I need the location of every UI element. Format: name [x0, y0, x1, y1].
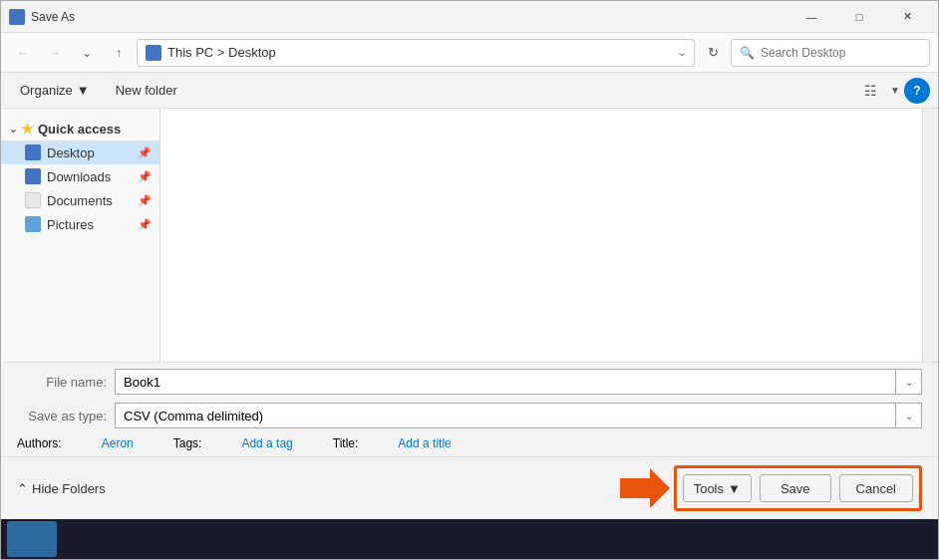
file-name-input[interactable] — [115, 369, 896, 395]
orange-arrow-icon — [620, 468, 670, 508]
sidebar-item-downloads[interactable]: Downloads 📌 — [1, 164, 159, 188]
metadata-row: Authors: Aeron Tags: Add a tag Title: Ad… — [1, 432, 938, 456]
organize-button[interactable]: Organize ▼ — [9, 78, 101, 104]
svg-marker-0 — [620, 468, 670, 508]
action-row: ⌃ Hide Folders Tools ▼ Save Cancel — [1, 456, 938, 519]
search-input[interactable] — [761, 46, 921, 60]
pin-icon-pictures: 📌 — [138, 218, 152, 231]
path-dropdown-arrow: ⌄ — [678, 47, 686, 58]
save-as-type-dropdown-button[interactable]: ⌄ — [896, 403, 922, 428]
save-as-type-input-wrap: ⌄ — [115, 403, 922, 428]
hide-folders-chevron: ⌃ — [17, 481, 28, 496]
main-area: ⌄ ★ Quick access Desktop 📌 Downloads 📌 — [1, 109, 938, 362]
action-buttons-group: Tools ▼ Save Cancel — [674, 465, 922, 511]
minimize-button[interactable]: — — [788, 1, 834, 33]
quick-access-header[interactable]: ⌄ ★ Quick access — [1, 117, 159, 140]
file-name-input-wrap: ⌄ — [115, 369, 922, 395]
save-as-type-label: Save as type: — [17, 409, 107, 423]
pictures-icon — [25, 216, 41, 232]
organize-label: Organize — [20, 83, 73, 98]
title-value[interactable]: Add a title — [398, 436, 451, 450]
search-box[interactable]: 🔍 — [731, 39, 930, 67]
sidebar: ⌄ ★ Quick access Desktop 📌 Downloads 📌 — [1, 109, 160, 362]
taskbar — [1, 519, 938, 559]
new-folder-button[interactable]: New folder — [105, 78, 188, 104]
authors-value[interactable]: Aeron — [102, 436, 134, 450]
maximize-button[interactable]: □ — [836, 1, 882, 33]
dropdown-history-button[interactable]: ⌄ — [73, 39, 101, 67]
view-button[interactable]: ☷ — [854, 78, 886, 104]
downloads-icon — [25, 168, 41, 184]
save-button[interactable]: Save — [760, 474, 831, 502]
toolbar: Organize ▼ New folder ☷ ▼ ? — [1, 73, 938, 109]
tags-value[interactable]: Add a tag — [241, 436, 292, 450]
save-as-dialog: Save As — □ ✕ ← → ⌄ ↑ This PC > Desktop … — [0, 0, 939, 560]
tools-button[interactable]: Tools ▼ — [683, 474, 752, 502]
taskbar-item[interactable] — [7, 521, 57, 557]
cancel-button[interactable]: Cancel — [839, 474, 913, 502]
quick-access-section: ⌄ ★ Quick access Desktop 📌 Downloads 📌 — [1, 113, 159, 240]
right-scrollbar[interactable] — [922, 109, 938, 362]
tags-label: Tags: — [173, 436, 202, 450]
refresh-button[interactable]: ↻ — [699, 39, 727, 67]
address-path[interactable]: This PC > Desktop ⌄ — [137, 39, 695, 67]
quick-access-label: Quick access — [38, 122, 121, 137]
sidebar-item-desktop[interactable]: Desktop 📌 — [1, 140, 159, 164]
title-bar: Save As — □ ✕ — [1, 1, 938, 33]
file-name-dropdown-button[interactable]: ⌄ — [896, 369, 922, 395]
quick-access-star-icon: ★ — [21, 121, 34, 137]
help-button[interactable]: ? — [904, 78, 930, 104]
sidebar-item-documents-label: Documents — [47, 193, 113, 208]
forward-button[interactable]: → — [41, 39, 69, 67]
sidebar-item-pictures[interactable]: Pictures 📌 — [1, 212, 159, 236]
save-as-type-input[interactable] — [115, 403, 896, 428]
pin-icon-documents: 📌 — [138, 194, 152, 207]
organize-arrow: ▼ — [77, 83, 90, 98]
sidebar-item-pictures-label: Pictures — [47, 217, 94, 232]
sidebar-item-downloads-label: Downloads — [47, 169, 111, 184]
window-title: Save As — [31, 10, 788, 24]
window-icon — [9, 9, 25, 25]
tools-arrow: ▼ — [728, 481, 741, 496]
save-as-type-row: Save as type: ⌄ — [1, 401, 938, 432]
hide-folders-label: Hide Folders — [32, 481, 106, 496]
window-controls: — □ ✕ — [788, 1, 930, 33]
quick-access-chevron: ⌄ — [9, 124, 17, 135]
path-icon — [146, 45, 161, 61]
address-bar: ← → ⌄ ↑ This PC > Desktop ⌄ ↻ 🔍 — [1, 33, 938, 73]
view-dropdown-arrow[interactable]: ▼ — [890, 85, 900, 96]
file-name-row: File name: ⌄ — [1, 363, 938, 401]
pin-icon-downloads: 📌 — [138, 170, 152, 183]
bottom-panel: File name: ⌄ Save as type: ⌄ Authors: Ae… — [1, 362, 938, 519]
file-area[interactable] — [160, 109, 922, 362]
authors-label: Authors: — [17, 436, 62, 450]
search-icon: 🔍 — [740, 46, 755, 60]
tools-label: Tools — [694, 481, 724, 496]
title-label: Title: — [333, 436, 359, 450]
documents-icon — [25, 192, 41, 208]
sidebar-item-desktop-label: Desktop — [47, 145, 95, 160]
close-button[interactable]: ✕ — [884, 1, 930, 33]
path-text: This PC > Desktop — [167, 45, 678, 60]
new-folder-label: New folder — [116, 83, 177, 98]
up-button[interactable]: ↑ — [105, 39, 133, 67]
sidebar-item-documents[interactable]: Documents 📌 — [1, 188, 159, 212]
pin-icon-desktop: 📌 — [138, 146, 152, 159]
hide-folders-button[interactable]: ⌃ Hide Folders — [17, 481, 106, 496]
file-name-label: File name: — [17, 375, 107, 390]
back-button[interactable]: ← — [9, 39, 37, 67]
desktop-icon — [25, 144, 41, 160]
